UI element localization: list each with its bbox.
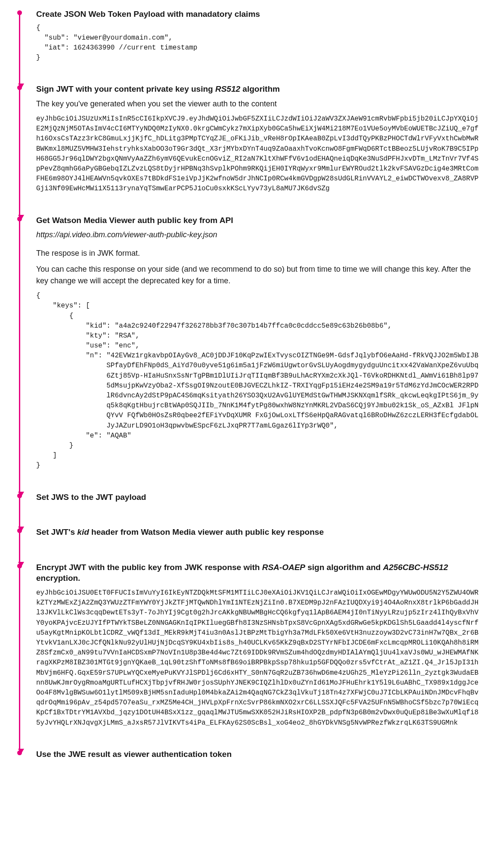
api-url: https://api.video.ibm.com/viewer-auth-pu… xyxy=(36,229,479,241)
title-part: encryption. xyxy=(36,574,80,583)
jwk-open: { "keys": [ { "kid": "a4a2c9240f22947f32… xyxy=(36,292,392,350)
title-encryption: A256CBC-HS512 xyxy=(383,563,448,572)
step-title: Use the JWE result as viewer authenticat… xyxy=(36,749,479,760)
code-block-encrypted-jwt: eyJhbGciOiJSU0EtT0FFUCIsImVuYyI6IkEyNTZD… xyxy=(36,588,479,728)
timeline-line xyxy=(19,90,20,217)
step-sign-jwt: Sign JWT with your content private key u… xyxy=(17,84,479,214)
jwk-n-label: "n": xyxy=(86,352,106,360)
title-algorithm: RS512 xyxy=(215,84,240,93)
timeline-dot-icon xyxy=(17,528,22,533)
jwk-close: "e": "AQAB" } ] } xyxy=(36,432,131,470)
step-description: The key you've generated when you set th… xyxy=(36,98,479,110)
step-encrypt-jwt: Encrypt JWT with the public key from JWK… xyxy=(17,562,479,749)
timeline-line xyxy=(19,568,20,751)
timeline-line xyxy=(19,221,20,494)
title-part: Sign JWT with your content private key u… xyxy=(36,84,215,93)
step-set-kid-header: Set JWT's kid header from Watson Media v… xyxy=(17,527,479,562)
timeline-dot-icon xyxy=(17,10,22,15)
step-get-public-key: Get Watson Media Viewer auth public key … xyxy=(17,215,479,492)
step-use-jwe-result: Use the JWE result as viewer authenticat… xyxy=(17,749,479,768)
timeline-dot-icon xyxy=(17,217,22,221)
title-part: Encrypt JWT with the public key from JWK… xyxy=(36,563,262,572)
step-title: Encrypt JWT with the public key from JWK… xyxy=(36,562,479,584)
step-title: Sign JWT with your content private key u… xyxy=(36,84,479,95)
timeline: Create JSON Web Token Payload with manad… xyxy=(17,9,479,767)
title-part: Set JWT's xyxy=(36,527,77,536)
code-block-jwk-response: { "keys": [ { "kid": "a4a2c9240f22947f32… xyxy=(36,291,479,471)
step-title: Set JWS to the JWT payload xyxy=(36,492,479,503)
code-block-signed-jwt: eyJhbGciOiJSUzUxMiIsInR5cCI6IkpXVCJ9.eyJ… xyxy=(36,114,479,194)
timeline-dot-icon xyxy=(17,493,22,498)
timeline-dot-icon xyxy=(17,750,22,755)
timeline-dot-icon xyxy=(17,85,22,90)
title-sign-algorithm: RSA-OAEP xyxy=(262,563,305,572)
step-description: You can cache this response on your side… xyxy=(36,264,479,287)
jwk-n-line: "n": "42EVWz1rgkavbpOIAyGv8_AC0jDDJF10Kq… xyxy=(36,351,479,431)
step-title: Get Watson Media Viewer auth public key … xyxy=(36,215,479,226)
timeline-dot-icon xyxy=(17,564,22,568)
timeline-line xyxy=(19,15,20,86)
timeline-line xyxy=(19,498,20,530)
title-part: header from Watson Media viewer auth pub… xyxy=(89,527,324,536)
title-part: algorithm xyxy=(240,84,280,93)
jwk-n-value: "42EVWz1rgkavbpOIAyGv8_AC0jDDJF10KqPzwIE… xyxy=(106,352,478,429)
code-block-jwt-payload: { "sub": "viewer@yourdomain.com", "iat":… xyxy=(36,23,479,63)
step-set-jws: Set JWS to the JWT payload xyxy=(17,492,479,527)
timeline-line xyxy=(19,533,20,564)
step-create-jwt-payload: Create JSON Web Token Payload with manad… xyxy=(17,9,479,84)
title-kid: kid xyxy=(77,527,89,536)
step-description: The respose is in JWK format. xyxy=(36,248,479,259)
step-title: Create JSON Web Token Payload with manad… xyxy=(36,9,479,20)
title-part: sign algorithm and xyxy=(305,563,383,572)
step-title: Set JWT's kid header from Watson Media v… xyxy=(36,527,479,538)
